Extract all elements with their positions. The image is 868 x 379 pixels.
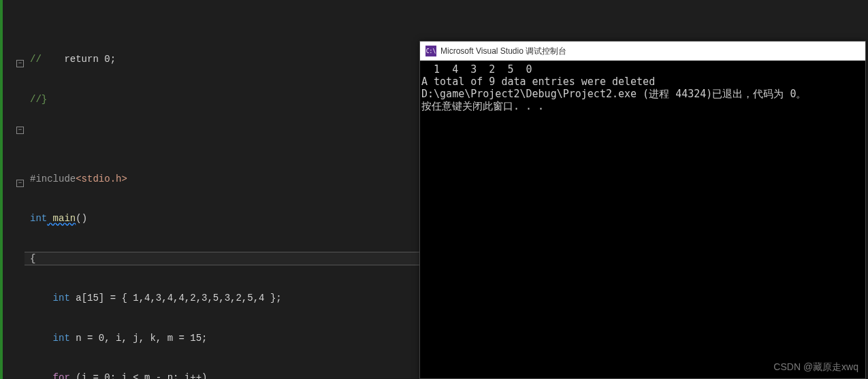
fold-icon[interactable]: −: [16, 60, 24, 67]
code-line: //}: [30, 93, 419, 107]
debug-console-window[interactable]: C:\ Microsoft Visual Studio 调试控制台 1 4 3 …: [419, 41, 866, 379]
code-line: // return 0;: [30, 53, 419, 67]
editor-gutter: − − −: [0, 0, 25, 379]
console-line: 按任意键关闭此窗口. . .: [421, 100, 864, 112]
console-line: D:\game\Project2\Debug\Project2.exe (进程 …: [421, 88, 864, 100]
console-line: 1 4 3 2 5 0: [421, 63, 864, 76]
vs-console-icon: C:\: [425, 46, 436, 56]
console-title: Microsoft Visual Studio 调试控制台: [440, 46, 566, 57]
code-line: int a[15] = { 1,4,3,4,4,2,3,5,3,2,5,4 };: [30, 292, 419, 306]
console-output: 1 4 3 2 5 0A total of 9 data entries wer…: [420, 61, 865, 115]
fold-icon[interactable]: −: [16, 180, 24, 187]
console-line: A total of 9 data entries were deleted: [421, 76, 864, 88]
code-line: [30, 133, 419, 146]
code-line: int main(): [30, 212, 419, 226]
code-line: for (i = 0; i < m - n; i++): [30, 372, 419, 379]
console-titlebar[interactable]: C:\ Microsoft Visual Studio 调试控制台: [420, 42, 865, 61]
code-line: #include<stdio.h>: [30, 173, 419, 186]
code-line: int n = 0, i, j, k, m = 15;: [30, 332, 419, 346]
fold-icon[interactable]: −: [16, 127, 24, 134]
code-editor[interactable]: − − − // return 0; //} #include<stdio.h>…: [0, 0, 419, 379]
code-area[interactable]: // return 0; //} #include<stdio.h> int m…: [25, 0, 419, 379]
code-line: {: [30, 252, 419, 266]
